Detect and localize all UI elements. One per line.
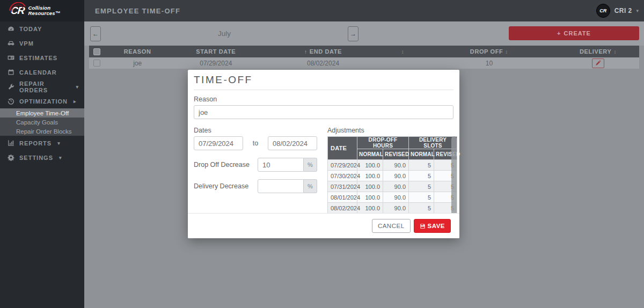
topbar: CR Collision Resources™ EMPLOYEE TIME-OF… — [0, 0, 644, 21]
optimization-submenu: Employee Time-Off Capacity Goals Repair … — [0, 108, 84, 136]
save-disk-icon — [420, 223, 426, 229]
sidebar-item-repair-orders[interactable]: REPAIR ORDERS ▾ — [0, 79, 84, 94]
save-button-label: SAVE — [428, 223, 445, 229]
cell-end-date: 08/02/2024 — [262, 60, 385, 67]
delivery-decrease-label: Delivery Decrease — [194, 182, 248, 190]
prev-month-button[interactable]: ← — [90, 26, 101, 41]
sidebar-item-label: TODAY — [19, 26, 42, 32]
reason-input[interactable] — [194, 105, 453, 119]
adj-header-normal: NORMAL — [357, 149, 383, 160]
adjustments-row: 07/29/2024 100.0 90.0 5 5 — [328, 160, 457, 171]
adj-header-delivery-slots: DELIVERY SLOTS — [409, 137, 457, 149]
adj-header-revised: REVISED — [383, 149, 409, 160]
avatar[interactable]: CR — [596, 4, 610, 18]
sidebar-item-calendar[interactable]: CALENDAR — [0, 65, 84, 79]
bar-chart-icon — [8, 140, 14, 146]
sort-icon: ↕ — [401, 49, 405, 55]
chevron-right-icon: ▸ — [74, 99, 77, 104]
sidebar-item-optimization[interactable]: OPTIMIZATION ▸ — [0, 94, 84, 108]
scrollbar[interactable] — [451, 136, 457, 216]
header-delivery[interactable]: DELIVERY ↕ — [557, 48, 639, 55]
header-reason[interactable]: REASON — [105, 48, 170, 55]
chevron-down-icon: ▾ — [59, 155, 62, 160]
month-nav: ← July → — [90, 21, 358, 46]
calendar-icon — [8, 69, 14, 76]
header-start-date[interactable]: START DATE — [170, 48, 262, 55]
start-date-input[interactable] — [194, 136, 243, 150]
select-all-checkbox[interactable] — [93, 48, 100, 55]
reason-label: Reason — [194, 96, 453, 103]
end-date-input[interactable] — [268, 136, 317, 150]
page-title: EMPLOYEE TIME-OFF — [95, 0, 180, 21]
sidebar-item-settings[interactable]: SETTINGS ▾ — [0, 150, 84, 165]
percent-addon: % — [304, 158, 317, 172]
create-button[interactable]: + CREATE — [509, 26, 639, 40]
car-icon — [8, 40, 14, 47]
cancel-button[interactable]: CANCEL — [372, 219, 411, 233]
adj-header-date: DATE — [328, 137, 357, 160]
wrench-icon — [8, 83, 14, 90]
sidebar-item-vpm[interactable]: VPM — [0, 36, 84, 50]
modal-footer: CANCEL SAVE — [188, 213, 459, 238]
cell-reason: joe — [105, 60, 170, 67]
sidebar-item-label: REPAIR ORDERS — [19, 80, 70, 93]
cell-start-date: 07/29/2024 — [170, 60, 262, 67]
history-icon — [8, 98, 14, 105]
chevron-down-icon: ▾ — [76, 84, 79, 90]
toolbar: ← July → + CREATE — [84, 21, 644, 46]
brand-mark: CR — [10, 5, 25, 17]
adjustments-label: Adjustments — [327, 127, 457, 134]
sidebar-item-label: OPTIMIZATION — [19, 98, 68, 105]
cell-drop-off: 10 — [421, 60, 557, 67]
sidebar-item-today[interactable]: TODAY — [0, 21, 84, 36]
submenu-item-employee-time-off[interactable]: Employee Time-Off — [0, 108, 84, 118]
submenu-item-repair-order-blocks[interactable]: Repair Order Blocks — [0, 127, 84, 136]
app-logo[interactable]: CR Collision Resources™ — [0, 0, 84, 21]
edit-row-button[interactable] — [592, 58, 604, 68]
header-drop-off[interactable]: DROP OFF ↕ — [421, 48, 557, 55]
user-name: CRI 2 — [614, 7, 632, 14]
save-button[interactable]: SAVE — [414, 219, 451, 233]
modal-title: TIME-OFF — [194, 74, 453, 90]
dates-label: Dates — [194, 127, 317, 134]
select-all-cell — [89, 48, 105, 55]
sort-ascending-icon: ↑ — [304, 49, 308, 55]
card-icon — [8, 54, 14, 61]
adjustments-table-wrap: DATE DROP-OFF HOURS DELIVERY SLOTS NORMA… — [327, 136, 457, 216]
adjustments-row: 07/30/2024 100.0 90.0 5 5 — [328, 171, 457, 181]
time-off-modal: TIME-OFF Reason Dates to Drop Off Decrea… — [188, 70, 459, 238]
table-row[interactable]: joe 07/29/2024 08/02/2024 10 — [89, 57, 639, 69]
gear-icon — [8, 154, 14, 161]
adjustments-row: 08/01/2024 100.0 90.0 5 5 — [328, 192, 457, 203]
modal-right-column: Adjustments DATE DROP-OFF HOURS DELIVERY… — [327, 119, 457, 216]
adj-header-normal: NORMAL — [409, 149, 434, 160]
adjustments-row: 08/02/2024 100.0 90.0 5 5 — [328, 203, 457, 214]
arrow-left-icon: ← — [92, 30, 99, 38]
sidebar-item-label: CALENDAR — [19, 69, 57, 76]
header-sort-spacer[interactable]: ↕ — [385, 49, 421, 55]
delivery-decrease-input[interactable] — [258, 179, 304, 193]
sidebar-item-estimates[interactable]: ESTIMATES — [0, 50, 84, 65]
header-end-date[interactable]: ↑ END DATE — [262, 48, 385, 55]
sort-icon: ↕ — [505, 49, 508, 55]
to-label: to — [253, 140, 258, 147]
sort-icon: ↕ — [613, 49, 617, 55]
sidebar-item-label: ESTIMATES — [19, 55, 57, 61]
row-checkbox[interactable] — [93, 60, 100, 67]
month-label: July — [218, 30, 231, 38]
sidebar-item-reports[interactable]: REPORTS ▾ — [0, 136, 84, 150]
adjustments-row: 07/31/2024 100.0 90.0 5 5 — [328, 181, 457, 192]
sidebar-item-label: REPORTS — [19, 140, 52, 146]
modal-left-column: Dates to Drop Off Decrease % Delivery De… — [194, 119, 317, 216]
brand-text: Collision Resources™ — [28, 5, 60, 17]
user-menu[interactable]: CR CRI 2 ▾ — [596, 0, 639, 21]
percent-addon: % — [304, 179, 317, 193]
adj-header-dropoff-hours: DROP-OFF HOURS — [357, 137, 409, 149]
chevron-down-icon: ▾ — [57, 141, 61, 146]
table-header-row: REASON START DATE ↑ END DATE ↕ DROP OFF … — [89, 46, 639, 57]
submenu-item-capacity-goals[interactable]: Capacity Goals — [0, 118, 84, 127]
sidebar: TODAY VPM ESTIMATES CALENDAR REPAIR ORDE… — [0, 21, 84, 308]
plus-icon: + — [557, 30, 561, 36]
drop-off-decrease-input[interactable] — [258, 158, 304, 172]
next-month-button[interactable]: → — [348, 26, 358, 41]
